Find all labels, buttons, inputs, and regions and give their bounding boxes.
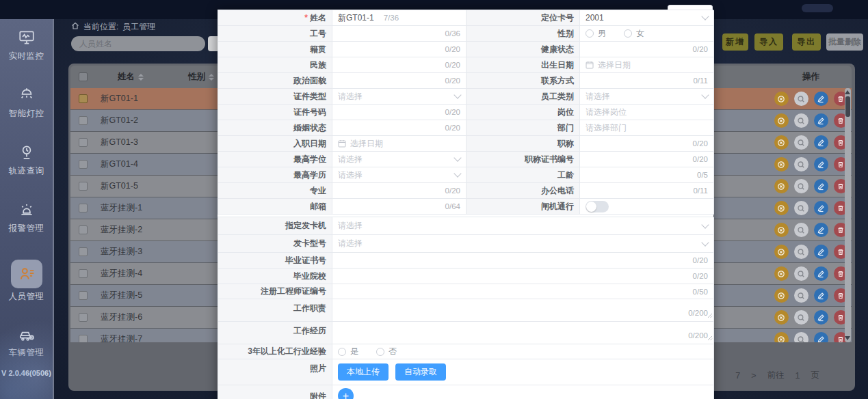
write-card-button[interactable] bbox=[774, 223, 789, 237]
field-input-3年以上化工行业经验[interactable]: 是否 bbox=[332, 344, 714, 359]
field-input-最高学位[interactable]: 请选择 bbox=[332, 152, 466, 167]
edit-button[interactable] bbox=[814, 157, 828, 171]
field-input-姓名[interactable]: 新GT01-17/36 bbox=[332, 10, 466, 26]
radio-option-否[interactable]: 否 bbox=[376, 346, 397, 357]
table-scrollbar[interactable] bbox=[845, 88, 851, 342]
row-checkbox-cell[interactable] bbox=[70, 247, 95, 256]
field-input-性别[interactable]: 男女 bbox=[580, 26, 714, 42]
sidebar-item-智能灯控[interactable]: 智能灯控 bbox=[0, 85, 53, 120]
write-card-button[interactable] bbox=[774, 113, 789, 128]
view-button[interactable] bbox=[794, 92, 808, 106]
scrollbar-thumb[interactable] bbox=[845, 96, 850, 117]
edit-button[interactable] bbox=[814, 223, 828, 237]
resize-handle-icon[interactable] bbox=[707, 311, 713, 320]
radio-circle-icon[interactable] bbox=[338, 348, 346, 356]
row-checkbox-cell[interactable] bbox=[70, 116, 95, 125]
field-input-定位卡号[interactable]: 2001 bbox=[580, 10, 714, 26]
view-button[interactable] bbox=[794, 157, 808, 171]
field-input-照片[interactable]: 本地上传自动录取 bbox=[332, 359, 714, 385]
write-card-button[interactable] bbox=[774, 266, 789, 281]
add-button[interactable]: 新增 bbox=[722, 33, 748, 51]
write-card-button[interactable] bbox=[774, 135, 789, 150]
view-button[interactable] bbox=[794, 201, 808, 215]
radio-option-男[interactable]: 男 bbox=[586, 28, 606, 40]
sort-carets-icon[interactable] bbox=[209, 74, 214, 81]
write-card-button[interactable] bbox=[774, 157, 789, 171]
sort-carets-icon[interactable] bbox=[138, 74, 144, 81]
goto-page-input[interactable]: 1 bbox=[795, 371, 800, 381]
select-all-checkbox-cell[interactable] bbox=[70, 72, 95, 81]
view-button[interactable] bbox=[794, 113, 808, 128]
field-input-办公电话[interactable]: 0/11 bbox=[580, 183, 714, 199]
page-button-last[interactable]: 7 bbox=[735, 371, 740, 381]
field-input-闸机通行[interactable] bbox=[580, 199, 714, 215]
scroll-down-arrow-icon[interactable] bbox=[845, 336, 850, 340]
photo-button-自动录取[interactable]: 自动录取 bbox=[395, 363, 446, 381]
radio-circle-icon[interactable] bbox=[624, 29, 632, 38]
export-button[interactable]: 导出 bbox=[792, 33, 821, 51]
field-input-员工类别[interactable]: 请选择 bbox=[580, 89, 714, 105]
field-input-工作职责[interactable]: 0/200 bbox=[332, 299, 714, 322]
row-checkbox[interactable] bbox=[79, 94, 88, 103]
row-checkbox[interactable] bbox=[79, 204, 88, 212]
field-input-毕业证书号[interactable]: 0/20 bbox=[332, 253, 714, 269]
field-input-健康状态[interactable]: 0/20 bbox=[580, 42, 714, 57]
field-input-注册工程师证编号[interactable]: 0/50 bbox=[332, 284, 714, 299]
row-checkbox[interactable] bbox=[79, 182, 88, 191]
sidebar-item-实时监控[interactable]: 实时监控 bbox=[0, 27, 53, 62]
radio-circle-icon[interactable] bbox=[376, 348, 384, 356]
field-input-毕业院校[interactable]: 0/20 bbox=[332, 269, 714, 284]
field-input-婚姻状态[interactable]: 0/20 bbox=[332, 120, 466, 136]
write-card-button[interactable] bbox=[774, 245, 789, 259]
view-button[interactable] bbox=[794, 332, 808, 342]
edit-button[interactable] bbox=[814, 266, 828, 281]
batch-delete-button[interactable]: 批量删除 bbox=[826, 33, 863, 51]
select-all-checkbox[interactable] bbox=[79, 72, 88, 81]
row-checkbox[interactable] bbox=[79, 291, 88, 300]
view-button[interactable] bbox=[794, 245, 808, 259]
field-input-联系方式[interactable]: 0/11 bbox=[580, 73, 714, 89]
field-input-政治面貌[interactable]: 0/20 bbox=[332, 73, 466, 89]
sidebar-item-车辆管理[interactable]: 车辆管理 bbox=[0, 324, 53, 359]
field-input-籍贯[interactable]: 0/20 bbox=[332, 42, 466, 57]
write-card-button[interactable] bbox=[774, 288, 789, 303]
view-button[interactable] bbox=[794, 135, 808, 150]
write-card-button[interactable] bbox=[774, 310, 789, 325]
sidebar-item-报警管理[interactable]: 报警管理 bbox=[0, 200, 53, 234]
edit-button[interactable] bbox=[814, 201, 828, 215]
field-input-最高学历[interactable]: 请选择 bbox=[332, 167, 466, 183]
field-input-职称[interactable]: 0/20 bbox=[580, 136, 714, 152]
view-button[interactable] bbox=[794, 288, 808, 303]
edit-button[interactable] bbox=[814, 179, 828, 193]
column-header-name[interactable]: 姓名 bbox=[95, 71, 166, 83]
view-button[interactable] bbox=[794, 179, 808, 193]
field-input-工作经历[interactable]: 0/200 bbox=[332, 322, 714, 344]
field-input-部门[interactable]: 请选择部门 bbox=[580, 120, 714, 136]
field-input-证件号码[interactable]: 0/20 bbox=[332, 105, 466, 120]
edit-button[interactable] bbox=[814, 92, 828, 106]
field-input-证件类型[interactable]: 请选择 bbox=[332, 89, 466, 105]
row-checkbox[interactable] bbox=[79, 247, 88, 256]
row-checkbox-cell[interactable] bbox=[70, 269, 95, 278]
radio-option-女[interactable]: 女 bbox=[624, 28, 644, 40]
row-checkbox-cell[interactable] bbox=[70, 182, 95, 191]
row-checkbox[interactable] bbox=[79, 335, 88, 342]
row-checkbox-cell[interactable] bbox=[70, 204, 95, 212]
row-checkbox-cell[interactable] bbox=[70, 335, 95, 342]
write-card-button[interactable] bbox=[774, 201, 789, 215]
field-input-职称证书编号[interactable]: 0/20 bbox=[580, 152, 714, 167]
field-input-发卡型号[interactable]: 请选择 bbox=[332, 235, 714, 253]
header-user-widget[interactable] bbox=[802, 4, 833, 12]
edit-button[interactable] bbox=[814, 332, 828, 342]
search-input[interactable]: 人员姓名 bbox=[71, 36, 205, 51]
row-checkbox-cell[interactable] bbox=[70, 225, 95, 234]
resize-handle-icon[interactable] bbox=[707, 333, 713, 343]
write-card-button[interactable] bbox=[774, 179, 789, 193]
edit-button[interactable] bbox=[814, 113, 828, 128]
row-checkbox-cell[interactable] bbox=[70, 160, 95, 169]
field-input-工号[interactable]: 0/36 bbox=[332, 26, 466, 42]
sidebar-item-轨迹查询[interactable]: 轨迹查询 bbox=[0, 142, 53, 177]
write-card-button[interactable] bbox=[774, 332, 789, 342]
next-page-button[interactable]: > bbox=[751, 371, 756, 381]
view-button[interactable] bbox=[794, 223, 808, 237]
